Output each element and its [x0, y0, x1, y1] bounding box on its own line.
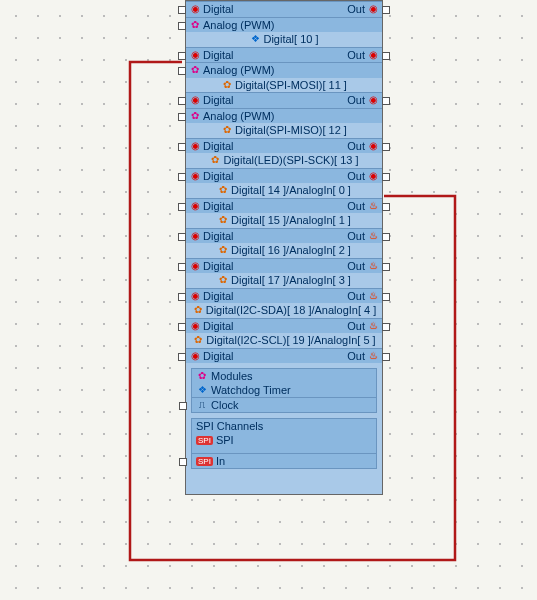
- pin-row[interactable]: ◉Digital Out◉: [186, 168, 382, 184]
- pin-connector-left[interactable]: [178, 52, 186, 60]
- pin-icon: ✿: [221, 124, 233, 136]
- pin-header-label: Digital(SPI-MISO)[ 12 ]: [235, 123, 347, 137]
- pin-header-label: Digital(SPI-MOSI)[ 11 ]: [235, 78, 347, 92]
- pin-connector-right[interactable]: [382, 52, 390, 60]
- pin-header: ✿Digital(I2C-SCL)[ 19 ]/AnalogIn[ 5 ]: [186, 333, 382, 348]
- pin-header: ✿Digital(SPI-MISO)[ 12 ]: [186, 123, 382, 138]
- clock-pin[interactable]: [179, 402, 187, 410]
- pin-row[interactable]: ◉Digital Out♨: [186, 318, 382, 334]
- pin-connector-right[interactable]: [382, 293, 390, 301]
- pin-connector-right[interactable]: [382, 6, 390, 14]
- pin-connector-right[interactable]: [382, 353, 390, 361]
- pin-connector-left[interactable]: [178, 67, 186, 75]
- pin-right-label: Out: [347, 2, 365, 16]
- pin-connector-left[interactable]: [178, 6, 186, 14]
- pin-connector-right[interactable]: [382, 233, 390, 241]
- pin-row[interactable]: ◉Digital Out♨: [186, 258, 382, 274]
- pin-icon: ✿: [217, 274, 229, 286]
- pin-connector-left[interactable]: [178, 113, 186, 121]
- analog-out-icon: ♨: [367, 320, 379, 332]
- pin-connector-right[interactable]: [382, 143, 390, 151]
- pin-left-label: Digital: [203, 199, 234, 213]
- analog-icon: ✿: [189, 110, 201, 122]
- pin-right-label: Out: [347, 169, 365, 183]
- spi-in[interactable]: SPI In: [192, 453, 376, 468]
- pin-icon: ✿: [209, 154, 221, 166]
- pin-right-label: Out: [347, 199, 365, 213]
- io-icon: ◉: [189, 260, 201, 272]
- pin-row[interactable]: ◉Digital Out♨: [186, 288, 382, 304]
- pin-row[interactable]: ◉Digital Out♨: [186, 228, 382, 244]
- pin-right-label: Out: [347, 139, 365, 153]
- pin-row[interactable]: ◉Digital Out♨: [186, 198, 382, 214]
- io-icon: ◉: [367, 49, 379, 61]
- module-item[interactable]: ✿Modules: [192, 369, 376, 383]
- pin-icon: ✿: [192, 304, 204, 316]
- pin-connector-left[interactable]: [178, 263, 186, 271]
- pin-connector-right[interactable]: [382, 203, 390, 211]
- io-icon: ◉: [189, 94, 201, 106]
- spi-tag-icon: SPI: [196, 436, 213, 445]
- pin-right-label: Out: [347, 319, 365, 333]
- io-icon: ◉: [367, 94, 379, 106]
- pin-icon: ✿: [217, 184, 229, 196]
- pin-left-label: Digital: [203, 139, 234, 153]
- pin-connector-left[interactable]: [178, 293, 186, 301]
- pin-connector-right[interactable]: [382, 263, 390, 271]
- pin-row[interactable]: ◉Digital Out◉: [186, 1, 382, 17]
- io-icon: ◉: [189, 140, 201, 152]
- pin-connector-left[interactable]: [178, 143, 186, 151]
- pin-right-label: Out: [347, 349, 365, 363]
- io-icon: ◉: [189, 3, 201, 15]
- pin-header-label: Digital[ 17 ]/AnalogIn[ 3 ]: [231, 273, 351, 287]
- pin-right-label: Out: [347, 48, 365, 62]
- io-icon: ◉: [189, 320, 201, 332]
- pin-connector-left[interactable]: [178, 173, 186, 181]
- pin-header: ✿Digital(I2C-SDA)[ 18 ]/AnalogIn[ 4 ]: [186, 303, 382, 318]
- pin-left-label: Digital: [203, 319, 234, 333]
- pin-connector-left[interactable]: [178, 233, 186, 241]
- clock-row[interactable]: ⎍ Clock: [192, 397, 376, 412]
- pin-row[interactable]: ✿Analog (PWM): [186, 62, 382, 78]
- pin-row[interactable]: ◉Digital Out◉: [186, 138, 382, 154]
- io-icon: ◉: [189, 170, 201, 182]
- pin-row[interactable]: ✿Analog (PWM): [186, 108, 382, 124]
- pin-left-label: Digital: [203, 289, 234, 303]
- pin-connector-right[interactable]: [382, 97, 390, 105]
- pin-left-label: Digital: [203, 48, 234, 62]
- arduino-component[interactable]: ◉Digital Out◉ ✿Analog (PWM) ❖Digital[ 10…: [185, 0, 383, 495]
- pin-header-label: Digital(I2C-SDA)[ 18 ]/AnalogIn[ 4 ]: [206, 303, 377, 317]
- pin-connector-right[interactable]: [382, 173, 390, 181]
- spi-in-pin[interactable]: [179, 458, 187, 466]
- io-icon: ◉: [189, 230, 201, 242]
- pin-header: ✿Digital[ 15 ]/AnalogIn[ 1 ]: [186, 213, 382, 228]
- io-icon: ◉: [367, 3, 379, 15]
- pin-row[interactable]: ◉Digital Out♨: [186, 348, 382, 364]
- pin-connector-left[interactable]: [178, 97, 186, 105]
- pin-connector-left[interactable]: [178, 22, 186, 30]
- pin-right-label: Out: [347, 93, 365, 107]
- pin-left-label: Analog (PWM): [203, 109, 275, 123]
- digital-icon: ❖: [249, 33, 261, 45]
- pin-left-label: Digital: [203, 349, 234, 363]
- analog-out-icon: ♨: [367, 290, 379, 302]
- pin-row[interactable]: ✿Analog (PWM): [186, 17, 382, 33]
- pin-connector-left[interactable]: [178, 203, 186, 211]
- io-icon: ◉: [189, 200, 201, 212]
- pin-row[interactable]: ◉Digital Out◉: [186, 47, 382, 63]
- pin-header: ❖Digital[ 10 ]: [186, 32, 382, 47]
- pin-connector-left[interactable]: [178, 323, 186, 331]
- spi-item[interactable]: SPI SPI: [192, 433, 376, 447]
- analog-out-icon: ♨: [367, 260, 379, 272]
- pin-connector-left[interactable]: [178, 353, 186, 361]
- pin-row[interactable]: ◉Digital Out◉: [186, 92, 382, 108]
- pin-header: ✿Digital(LED)(SPI-SCK)[ 13 ]: [186, 153, 382, 168]
- spi-title: SPI Channels: [192, 419, 376, 433]
- modules-box: ✿Modules❖Watchdog Timer ⎍ Clock: [191, 368, 377, 413]
- pin-right-label: Out: [347, 229, 365, 243]
- module-item[interactable]: ❖Watchdog Timer: [192, 383, 376, 397]
- io-icon: ◉: [367, 170, 379, 182]
- pin-connector-right[interactable]: [382, 323, 390, 331]
- pin-header: ✿Digital[ 14 ]/AnalogIn[ 0 ]: [186, 183, 382, 198]
- pin-header: ✿Digital[ 16 ]/AnalogIn[ 2 ]: [186, 243, 382, 258]
